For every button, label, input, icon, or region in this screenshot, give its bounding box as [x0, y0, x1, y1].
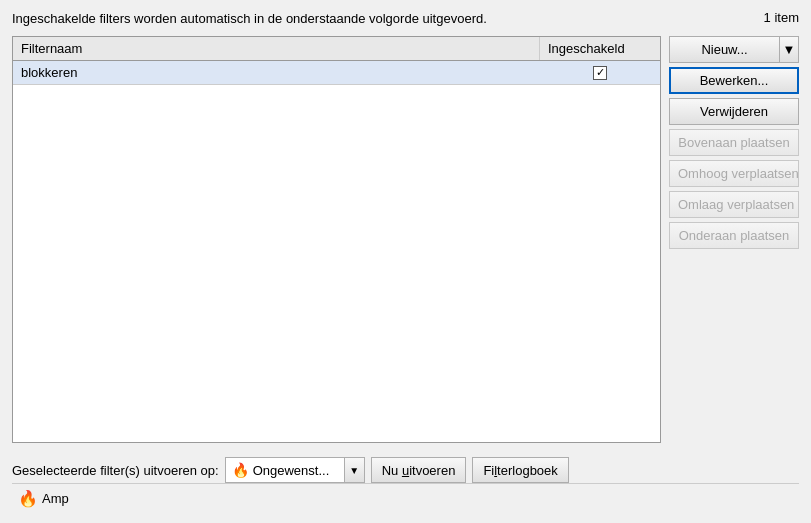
filterlog-label: Filterlogboek: [483, 463, 557, 478]
bovenaan-button: Bovenaan plaatsen: [669, 129, 799, 156]
nieuw-container: Nieuw... ▼: [669, 36, 799, 63]
run-now-button[interactable]: Nu uitvoeren: [371, 457, 467, 483]
bottom-bar: Geselecteerde filter(s) uitvoeren op: 🔥 …: [12, 451, 799, 483]
table-row[interactable]: blokkeren ✓: [13, 61, 660, 85]
dropdown-arrow[interactable]: ▼: [344, 458, 364, 482]
omhoog-button: Omhoog verplaatsen: [669, 160, 799, 187]
verwijderen-button[interactable]: Verwijderen: [669, 98, 799, 125]
flame-icon: 🔥: [232, 462, 249, 478]
row-name: blokkeren: [13, 61, 540, 84]
table-body[interactable]: blokkeren ✓: [13, 61, 660, 442]
filter-table: Filternaam Ingeschakeld blokkeren ✓: [12, 36, 661, 443]
top-info-row: Ingeschakelde filters worden automatisch…: [12, 10, 799, 28]
dropdown-arrow-icon: ▼: [783, 42, 796, 57]
dropdown-value: Ongewenst...: [253, 463, 330, 478]
filter-dialog: Ingeschakelde filters worden automatisch…: [0, 0, 811, 523]
row-enabled[interactable]: ✓: [540, 62, 660, 84]
omlaag-button: Omlaag verplaatsen: [669, 191, 799, 218]
filter-target-dropdown[interactable]: 🔥 Ongewenst... ▼: [225, 457, 365, 483]
footer-flame-icon: 🔥: [18, 489, 38, 508]
nieuw-dropdown-button[interactable]: ▼: [779, 36, 799, 63]
run-label: Nu uitvoeren: [382, 463, 456, 478]
enabled-checkbox[interactable]: ✓: [593, 66, 607, 80]
footer-bar: 🔥 Amp: [12, 483, 799, 513]
item-count: 1 item: [764, 10, 799, 25]
nieuw-label: Nieuw...: [701, 42, 747, 57]
onderaan-button: Onderaan plaatsen: [669, 222, 799, 249]
filterlog-button[interactable]: Filterlogboek: [472, 457, 568, 483]
sidebar-buttons: Nieuw... ▼ Bewerken... Verwijderen Boven…: [669, 36, 799, 443]
table-header: Filternaam Ingeschakeld: [13, 37, 660, 61]
header-filternaam: Filternaam: [13, 37, 540, 60]
nieuw-button[interactable]: Nieuw...: [669, 36, 779, 63]
header-ingeschakeld: Ingeschakeld: [540, 37, 660, 60]
footer-text: Amp: [42, 491, 69, 506]
info-text: Ingeschakelde filters worden automatisch…: [12, 10, 487, 28]
bottom-label: Geselecteerde filter(s) uitvoeren op:: [12, 463, 219, 478]
bewerken-button[interactable]: Bewerken...: [669, 67, 799, 94]
main-area: Filternaam Ingeschakeld blokkeren ✓ Nieu…: [12, 36, 799, 443]
dropdown-select-text: 🔥 Ongewenst...: [226, 460, 344, 480]
